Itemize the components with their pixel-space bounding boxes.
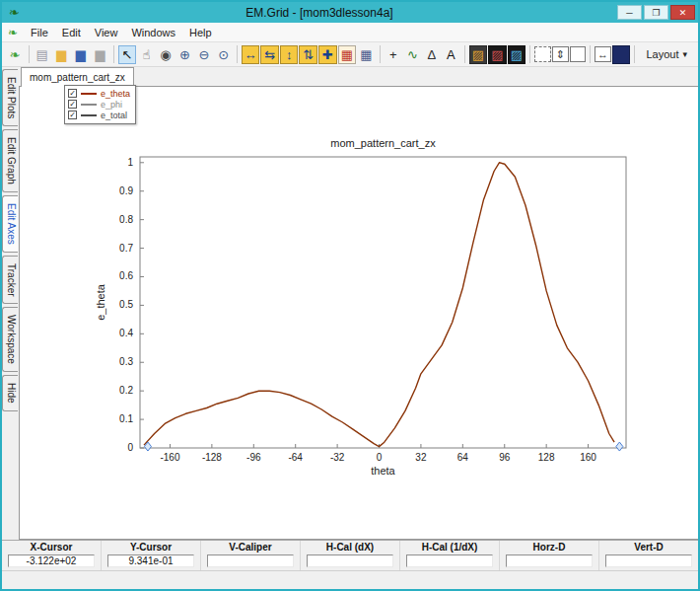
- status-value-horz-d: [506, 554, 593, 567]
- minimize-button[interactable]: ─: [617, 5, 642, 20]
- svg-text:e_theta: e_theta: [95, 283, 106, 321]
- v-caliper-icon[interactable]: ⇕: [552, 46, 569, 62]
- save-icon[interactable]: ▆: [72, 45, 91, 64]
- svg-text:128: 128: [538, 452, 555, 463]
- pan-hand-icon[interactable]: ☝: [137, 45, 156, 64]
- print-icon[interactable]: ▆: [91, 45, 109, 64]
- new-file-icon[interactable]: ▤: [33, 45, 51, 64]
- svg-text:0.8: 0.8: [119, 214, 133, 225]
- colormap-image-icon[interactable]: ▨: [469, 45, 488, 64]
- status-col-h-cal-dx: H-Cal (dX): [301, 541, 400, 570]
- legend-label: e_theta: [101, 89, 130, 99]
- sidebar-tab-workspace[interactable]: Workspace: [2, 307, 18, 372]
- svg-text:0: 0: [127, 442, 133, 453]
- sidebar-tab-edit-graph[interactable]: Edit Graph: [2, 129, 18, 192]
- status-col-horz-d: Horz-D: [500, 541, 599, 570]
- legend-checkbox-e-theta[interactable]: ✓: [68, 89, 77, 98]
- delta-marker-icon[interactable]: Δ: [423, 45, 442, 64]
- svg-text:0.3: 0.3: [119, 356, 133, 367]
- h-caliper-icon[interactable]: ↔: [595, 46, 611, 62]
- select-cursor-icon[interactable]: ↖: [118, 45, 137, 64]
- x-expand-icon[interactable]: ⇆: [260, 45, 279, 64]
- xy-full-scale-icon[interactable]: ✚: [318, 45, 337, 64]
- y-expand-icon[interactable]: ⇅: [299, 45, 317, 64]
- toolbar-separator: [29, 45, 30, 63]
- svg-text:-128: -128: [202, 452, 222, 463]
- close-button[interactable]: ✕: [670, 5, 695, 20]
- surface-plot-icon[interactable]: ▨: [508, 45, 526, 64]
- svg-text:1: 1: [127, 157, 133, 168]
- app-window: ❧ EM.Grid - [mom3dlesson4a] ─ ❐ ✕ ❧ File…: [0, 0, 700, 591]
- status-header-vert-d: Vert-D: [634, 541, 663, 553]
- annotation-box-icon[interactable]: [570, 46, 587, 62]
- status-value-vert-d: [605, 554, 692, 567]
- legend-checkbox-e-phi[interactable]: ✓: [68, 100, 77, 109]
- grid-toggle-icon[interactable]: ▦: [357, 45, 376, 64]
- app-leaf-icon[interactable]: ❧: [6, 45, 25, 64]
- sidebar-tabs: Edit PlotsEdit GraphEdit AxesTrackerWork…: [2, 68, 20, 536]
- sidebar-tab-hide[interactable]: Hide: [2, 375, 18, 411]
- menu-help[interactable]: Help: [182, 25, 219, 40]
- toolbar-separator: [237, 45, 238, 63]
- zoom-in-icon[interactable]: ⊕: [175, 45, 194, 64]
- legend-checkbox-e-total[interactable]: ✓: [68, 111, 77, 119]
- svg-text:-32: -32: [330, 452, 345, 463]
- menu-windows[interactable]: Windows: [124, 25, 182, 40]
- toolbar-separator: [380, 45, 381, 63]
- open-folder-icon[interactable]: ▆: [52, 45, 71, 64]
- title-bar: ❧ EM.Grid - [mom3dlesson4a] ─ ❐ ✕: [2, 2, 698, 23]
- toolbar-separator: [464, 45, 465, 63]
- curve-fit-icon[interactable]: ∿: [403, 45, 422, 64]
- window-title: EM.Grid - [mom3dlesson4a]: [24, 6, 615, 20]
- status-value-y-cursor: 9.341e-01: [107, 554, 194, 567]
- svg-text:theta: theta: [371, 465, 395, 477]
- legend-line-sample: [81, 114, 97, 116]
- svg-text:64: 64: [457, 452, 469, 463]
- sidebar-tab-tracker[interactable]: Tracker: [2, 256, 18, 305]
- sidebar-tab-edit-axes[interactable]: Edit Axes: [2, 195, 18, 253]
- status-header-v-caliper: V-Caliper: [229, 541, 271, 553]
- menu-edit[interactable]: Edit: [55, 25, 88, 40]
- plot-panel: 00.10.20.30.40.50.60.70.80.91-160-128-96…: [19, 86, 699, 540]
- status-col-vert-d: Vert-D: [599, 541, 698, 570]
- chart[interactable]: 00.10.20.30.40.50.60.70.80.91-160-128-96…: [20, 87, 698, 539]
- track-cursor-icon[interactable]: ◉: [157, 45, 175, 64]
- legend-line-sample: [81, 104, 97, 106]
- zoom-window-icon[interactable]: ⊙: [214, 45, 233, 64]
- svg-text:0.9: 0.9: [119, 185, 133, 196]
- status-header-horz-d: Horz-D: [533, 541, 566, 553]
- autoscale-plot-icon[interactable]: ▦: [338, 45, 357, 64]
- status-value-h-cal-1-dx: [406, 554, 493, 567]
- svg-text:0.2: 0.2: [119, 385, 133, 396]
- svg-text:160: 160: [580, 452, 596, 463]
- x-full-scale-icon[interactable]: ↔: [242, 45, 260, 64]
- y-full-scale-icon[interactable]: ↕: [280, 45, 299, 64]
- legend-label: e_total: [101, 111, 127, 120]
- legend-item-e-theta: ✓e_theta: [68, 88, 130, 99]
- chevron-down-icon: ▾: [682, 49, 687, 59]
- add-cursor-icon[interactable]: +: [385, 45, 403, 64]
- menu-view[interactable]: View: [88, 25, 125, 40]
- menu-file[interactable]: File: [24, 25, 55, 40]
- legend-label: e_phi: [101, 100, 122, 110]
- image-plot-icon[interactable]: ▨: [488, 45, 507, 64]
- line-color-swatch[interactable]: [612, 45, 631, 64]
- svg-text:-64: -64: [288, 452, 303, 463]
- select-region-icon[interactable]: [534, 46, 551, 62]
- svg-text:96: 96: [499, 452, 511, 463]
- zoom-out-icon[interactable]: ⊖: [195, 45, 214, 64]
- status-value-x-cursor: -3.122e+02: [8, 554, 95, 567]
- legend-line-sample: [81, 93, 97, 95]
- text-annotation-icon[interactable]: A: [442, 45, 460, 64]
- legend: ✓e_theta✓e_phi✓e_total: [64, 85, 136, 124]
- legend-item-e-phi: ✓e_phi: [68, 99, 130, 110]
- doc-tab-mom-pattern-cart-zx[interactable]: mom_pattern_cart_zx: [21, 67, 134, 87]
- maximize-button[interactable]: ❐: [644, 5, 668, 20]
- svg-text:mom_pattern_cart_zx: mom_pattern_cart_zx: [330, 137, 436, 149]
- toolbar: ❧▤▆▆▆↖☝◉⊕⊖⊙↔⇆↕⇅✚▦▦+∿ΔA▨▨▨⇕↔Layout▾: [2, 42, 698, 67]
- status-value-h-cal-dx: [307, 554, 393, 567]
- sidebar-tab-edit-plots[interactable]: Edit Plots: [2, 69, 18, 126]
- layout-dropdown[interactable]: Layout▾: [639, 46, 694, 62]
- legend-item-e-total: ✓e_total: [68, 110, 130, 120]
- layout-dropdown-label: Layout: [646, 48, 678, 60]
